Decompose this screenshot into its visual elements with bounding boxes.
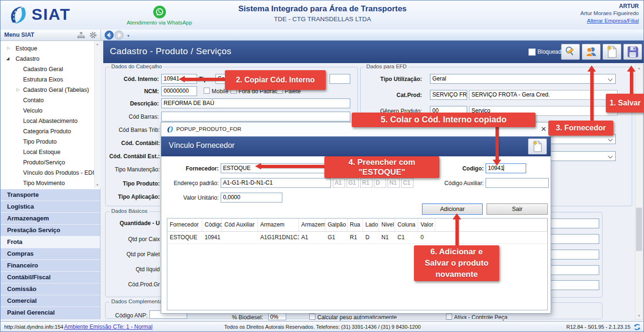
- app-window: SIAT Atendimento via WhatsApp Sistema In…: [0, 0, 644, 332]
- sidebar-section-comissao[interactable]: Comissão: [0, 283, 100, 295]
- sidebar-item-label[interactable]: Produto/Serviço: [23, 159, 65, 166]
- chevron-right-icon[interactable]: ▷: [7, 46, 10, 50]
- sidebar-item-categoria-produto[interactable]: Categoria Produto: [0, 127, 94, 137]
- sidebar-item-label[interactable]: Local Abastecimento: [23, 118, 77, 124]
- col-lado[interactable]: Lado: [363, 219, 379, 231]
- sidebar-item-label[interactable]: Local Estoque: [23, 149, 60, 155]
- sidebar-item-label[interactable]: Tipo Movimento: [23, 180, 65, 186]
- sidebar-section-logistica[interactable]: Logística: [0, 201, 100, 212]
- col-fornecedor[interactable]: Fornecedor: [167, 219, 202, 231]
- sidebar-item-contato[interactable]: Contato: [0, 96, 94, 106]
- col-nivel[interactable]: Nivel: [379, 219, 395, 231]
- popup-new-button[interactable]: [528, 138, 547, 154]
- sidebar-section-painel-gerencial[interactable]: Painel Gerencial: [0, 307, 100, 319]
- sidebar-item-veiculo[interactable]: Veículo: [0, 106, 94, 116]
- col-coluna[interactable]: Coluna: [395, 219, 418, 231]
- sidebar-item-estoque[interactable]: ▷ Estoque: [0, 44, 94, 54]
- save-button[interactable]: [623, 44, 642, 60]
- scroll-up-icon[interactable]: ▲: [637, 66, 641, 70]
- sitemap-icon[interactable]: [77, 32, 85, 39]
- sidebar-item-label[interactable]: Estoque: [16, 45, 37, 52]
- sidebar-section-financeiro[interactable]: Financeiro: [0, 259, 100, 271]
- tipo-utilizacao-select[interactable]: Geral: [430, 74, 616, 84]
- valor-unitario-input[interactable]: 0,0000: [221, 193, 282, 202]
- close-icon[interactable]: ×: [538, 124, 549, 135]
- fornecedor-button[interactable]: [582, 44, 601, 60]
- sidebar-section-comercial[interactable]: Comercial: [0, 295, 100, 307]
- sidebar-item-label[interactable]: Cadastro Geral: [23, 66, 63, 73]
- new-record-button[interactable]: [603, 44, 621, 60]
- qtd-palete-label: Qtd por Palet: [105, 251, 160, 258]
- sidebar-item-produto-servico[interactable]: Produto/Serviço: [0, 158, 94, 168]
- col-valor[interactable]: Valor: [418, 219, 435, 231]
- endereco-padrao-input[interactable]: A1-G1-R1-D-N1-C1: [221, 178, 331, 188]
- back-button[interactable]: [105, 31, 114, 40]
- sidebar-item-local-abastecimento[interactable]: Local Abastecimento: [0, 116, 94, 127]
- sidebar-section-contabil-fiscal[interactable]: Contábil/Fiscal: [0, 271, 100, 283]
- gear-icon[interactable]: [89, 31, 97, 39]
- sidebar-item-local-estoque[interactable]: Local Estoque: [0, 147, 94, 158]
- sidebar-item-vinculo-produtos-edi[interactable]: Vínculo dos Produtos - EDI: [0, 168, 94, 178]
- cell-nivel: N1: [379, 232, 395, 243]
- tree-scrollbar[interactable]: ▲ ▼: [94, 41, 101, 188]
- tipo-extra-input[interactable]: [330, 74, 350, 84]
- quantidade-label: Quantidade - U: [105, 220, 160, 227]
- col-codigo[interactable]: Código: [202, 219, 222, 231]
- calcular-peso-checkbox[interactable]: [309, 314, 315, 320]
- change-company-link[interactable]: Alterar Empresa/Filial: [587, 18, 639, 24]
- sidebar-section-armazenagem[interactable]: Armazenagem: [0, 212, 100, 224]
- fornecedor-label: Fornecedor:: [166, 165, 219, 172]
- scroll-down-icon[interactable]: ▼: [96, 183, 99, 186]
- cod-barras-input[interactable]: [161, 112, 350, 121]
- sidebar-item-tipo-movimento[interactable]: Tipo Movimento: [0, 178, 94, 189]
- col-armazem[interactable]: Armazem: [258, 219, 299, 231]
- cat-prod-code-input[interactable]: SERVIÇO FROT: [430, 90, 467, 100]
- biodiesel-input[interactable]: 0%: [268, 313, 286, 320]
- endereco-part-lado: D: [374, 178, 386, 188]
- refresh-icon[interactable]: [633, 323, 641, 331]
- nav-dropdown-icon[interactable]: ▾: [127, 33, 130, 38]
- sidebar-item-cadastro-geral-tabelas[interactable]: ▷ Cadastro Geral (Tabelas): [0, 85, 94, 96]
- sidebar-item-cadastro-geral[interactable]: Cadastro Geral: [0, 65, 94, 75]
- col-cod-auxiliar[interactable]: Cód Auxiliar: [222, 219, 258, 231]
- sidebar-item-label[interactable]: Veículo: [23, 107, 42, 114]
- sidebar-item-label[interactable]: Cadastro Geral (Tabelas): [23, 87, 89, 93]
- sidebar-item-label[interactable]: Categoria Produto: [23, 128, 71, 135]
- sidebar-item-label[interactable]: Cadastro: [16, 56, 40, 62]
- search-edit-button[interactable]: [561, 44, 580, 60]
- endereco-part-coluna: C1: [401, 178, 413, 188]
- sidebar-item-estrutura-eixos[interactable]: Estrutura Eixos: [0, 75, 94, 85]
- col-rua[interactable]: Rua: [347, 219, 363, 231]
- sidebar-section-prestacao-servico[interactable]: Prestação Serviço: [0, 224, 100, 236]
- codigo-auxiliar-input[interactable]: [486, 178, 549, 188]
- sidebar-item-label[interactable]: Contato: [23, 97, 44, 104]
- section-label: Comissão: [7, 285, 36, 292]
- table-row[interactable]: ESTOQUE 10941 A1G1R1DN1C1 A1 G1 R1 D N1 …: [167, 232, 547, 244]
- scrollbar-thumb[interactable]: [636, 208, 642, 251]
- chevron-right-icon[interactable]: ▷: [17, 87, 20, 92]
- sidebar-item-label[interactable]: Tipo Produto: [23, 138, 57, 145]
- sidebar-section-transporte[interactable]: Transporte: [0, 189, 100, 201]
- forward-button[interactable]: [115, 31, 124, 40]
- codigo-input[interactable]: 10941: [486, 163, 526, 173]
- scroll-up-icon[interactable]: ▲: [96, 42, 99, 46]
- sidebar-item-label[interactable]: Estrutura Eixos: [23, 76, 63, 83]
- scroll-down-icon[interactable]: ▼: [637, 314, 641, 317]
- ncm-input[interactable]: 00000000: [161, 86, 197, 96]
- bloqueado-checkbox[interactable]: [528, 49, 536, 56]
- sidebar-item-cadastro[interactable]: ◢ Cadastro: [0, 54, 94, 65]
- sidebar-section-frota[interactable]: Frota: [0, 236, 100, 248]
- whatsapp-icon[interactable]: [153, 6, 166, 18]
- sidebar-section-compras[interactable]: Compras: [0, 248, 100, 259]
- section-label: Logística: [7, 203, 34, 210]
- sair-button[interactable]: Sair: [487, 203, 548, 215]
- descricao-input[interactable]: REFORMA DE BAÚ: [161, 98, 350, 108]
- whatsapp-label[interactable]: Atendimento via WhatsApp: [115, 20, 204, 25]
- col-galpao[interactable]: Galpão: [325, 219, 347, 231]
- user-short-name: ARTUR: [619, 3, 639, 9]
- chevron-expanded-icon[interactable]: ◢: [6, 56, 9, 61]
- col-armazem-2[interactable]: Armazem: [299, 219, 325, 231]
- sidebar-item-tipo-produto[interactable]: Tipo Produto: [0, 137, 94, 147]
- mobile-checkbox[interactable]: [204, 88, 210, 94]
- sidebar-item-label[interactable]: Vínculo dos Produtos - EDI: [23, 170, 94, 176]
